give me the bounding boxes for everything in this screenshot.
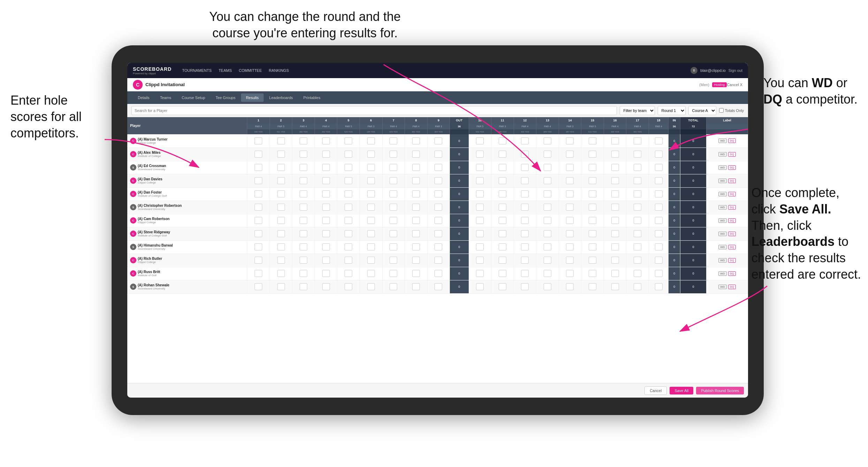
hole-16-input-cell[interactable] bbox=[604, 148, 626, 161]
hole-16-input-cell[interactable] bbox=[604, 240, 626, 254]
hole-2-input-cell[interactable] bbox=[270, 280, 292, 293]
hole-4-input[interactable] bbox=[322, 270, 330, 277]
hole-11-input[interactable] bbox=[499, 217, 506, 224]
hole-2-input[interactable] bbox=[277, 257, 285, 264]
hole-4-input-cell[interactable] bbox=[315, 187, 337, 201]
hole-13-input[interactable] bbox=[544, 164, 551, 171]
hole-1-input-cell[interactable] bbox=[247, 254, 270, 267]
hole-1-input-cell[interactable] bbox=[247, 214, 270, 227]
hole-12-input-cell[interactable] bbox=[514, 227, 536, 240]
hole-11-input-cell[interactable] bbox=[491, 201, 514, 214]
hole-17-input-cell[interactable] bbox=[626, 280, 649, 293]
hole-14-input-cell[interactable] bbox=[559, 214, 581, 227]
hole-11-input[interactable] bbox=[499, 190, 506, 197]
hole-14-input-cell[interactable] bbox=[559, 254, 581, 267]
hole-18-input-cell[interactable] bbox=[649, 240, 668, 254]
hole-3-input-cell[interactable] bbox=[292, 280, 315, 293]
hole-9-input-cell[interactable] bbox=[427, 148, 450, 161]
hole-12-input-cell[interactable] bbox=[514, 280, 536, 293]
dq-button[interactable]: DQ bbox=[728, 165, 736, 170]
hole-14-input[interactable] bbox=[566, 190, 574, 197]
hole-15-input-cell[interactable] bbox=[581, 240, 604, 254]
hole-7-input[interactable] bbox=[390, 243, 397, 250]
hole-4-input[interactable] bbox=[322, 137, 330, 144]
hole-13-input[interactable] bbox=[544, 217, 551, 224]
hole-15-input-cell[interactable] bbox=[581, 280, 604, 293]
hole-4-input-cell[interactable] bbox=[315, 174, 337, 187]
hole-9-input-cell[interactable] bbox=[427, 134, 450, 148]
hole-10-input-cell[interactable] bbox=[469, 134, 491, 148]
hole-6-input[interactable] bbox=[367, 283, 375, 290]
hole-17-input[interactable] bbox=[634, 177, 641, 184]
hole-18-input[interactable] bbox=[655, 177, 663, 184]
hole-12-input[interactable] bbox=[521, 217, 529, 224]
hole-17-input-cell[interactable] bbox=[626, 240, 649, 254]
hole-8-input-cell[interactable] bbox=[405, 227, 428, 240]
hole-6-input[interactable] bbox=[367, 230, 375, 237]
hole-15-input[interactable] bbox=[589, 190, 596, 197]
hole-10-input[interactable] bbox=[476, 204, 484, 211]
hole-6-input[interactable] bbox=[367, 217, 375, 224]
hole-3-input[interactable] bbox=[300, 283, 307, 290]
hole-8-input-cell[interactable] bbox=[405, 187, 428, 201]
hole-4-input[interactable] bbox=[322, 217, 330, 224]
hole-8-input-cell[interactable] bbox=[405, 174, 428, 187]
hole-17-input[interactable] bbox=[634, 217, 641, 224]
hole-17-input[interactable] bbox=[634, 283, 641, 290]
hole-10-input[interactable] bbox=[476, 151, 484, 158]
hole-14-input-cell[interactable] bbox=[559, 201, 581, 214]
hole-7-input-cell[interactable] bbox=[382, 267, 405, 280]
hole-3-input-cell[interactable] bbox=[292, 201, 315, 214]
hole-14-input[interactable] bbox=[566, 137, 574, 144]
hole-14-input[interactable] bbox=[566, 283, 574, 290]
hole-12-input[interactable] bbox=[521, 164, 529, 171]
hole-13-input-cell[interactable] bbox=[536, 227, 559, 240]
hole-2-input[interactable] bbox=[277, 283, 285, 290]
hole-15-input[interactable] bbox=[589, 230, 596, 237]
hole-5-input-cell[interactable] bbox=[337, 214, 360, 227]
hole-3-input-cell[interactable] bbox=[292, 254, 315, 267]
hole-14-input-cell[interactable] bbox=[559, 280, 581, 293]
hole-3-input-cell[interactable] bbox=[292, 148, 315, 161]
hole-7-input[interactable] bbox=[390, 137, 397, 144]
hole-14-input[interactable] bbox=[566, 257, 574, 264]
hole-1-input[interactable] bbox=[255, 230, 262, 237]
hole-14-input-cell[interactable] bbox=[559, 161, 581, 174]
hole-8-input[interactable] bbox=[412, 164, 420, 171]
hole-8-input[interactable] bbox=[412, 217, 420, 224]
hole-14-input-cell[interactable] bbox=[559, 134, 581, 148]
tab-teams[interactable]: Teams bbox=[155, 93, 176, 102]
hole-16-input-cell[interactable] bbox=[604, 214, 626, 227]
hole-13-input[interactable] bbox=[544, 177, 551, 184]
hole-8-input[interactable] bbox=[412, 243, 420, 250]
hole-16-input[interactable] bbox=[611, 230, 619, 237]
hole-6-input-cell[interactable] bbox=[360, 280, 383, 293]
hole-8-input[interactable] bbox=[412, 257, 420, 264]
dq-button[interactable]: DQ bbox=[728, 285, 736, 289]
tab-leaderboards[interactable]: Leaderboards bbox=[264, 93, 298, 102]
hole-12-input-cell[interactable] bbox=[514, 254, 536, 267]
hole-15-input[interactable] bbox=[589, 243, 596, 250]
hole-13-input-cell[interactable] bbox=[536, 148, 559, 161]
hole-11-input-cell[interactable] bbox=[491, 187, 514, 201]
save-all-button[interactable]: Save All bbox=[670, 387, 693, 394]
hole-8-input[interactable] bbox=[412, 151, 420, 158]
hole-13-input[interactable] bbox=[544, 243, 551, 250]
hole-6-input[interactable] bbox=[367, 137, 375, 144]
hole-15-input[interactable] bbox=[589, 137, 596, 144]
hole-2-input-cell[interactable] bbox=[270, 148, 292, 161]
hole-1-input-cell[interactable] bbox=[247, 187, 270, 201]
wd-button[interactable]: WD bbox=[718, 245, 726, 249]
hole-15-input[interactable] bbox=[589, 217, 596, 224]
hole-9-input-cell[interactable] bbox=[427, 240, 450, 254]
hole-13-input[interactable] bbox=[544, 204, 551, 211]
hole-17-input[interactable] bbox=[634, 270, 641, 277]
hole-3-input[interactable] bbox=[300, 243, 307, 250]
hole-13-input[interactable] bbox=[544, 151, 551, 158]
hole-6-input[interactable] bbox=[367, 177, 375, 184]
hole-5-input-cell[interactable] bbox=[337, 134, 360, 148]
hole-17-input-cell[interactable] bbox=[626, 254, 649, 267]
hole-4-input[interactable] bbox=[322, 177, 330, 184]
hole-7-input[interactable] bbox=[390, 151, 397, 158]
hole-5-input-cell[interactable] bbox=[337, 254, 360, 267]
